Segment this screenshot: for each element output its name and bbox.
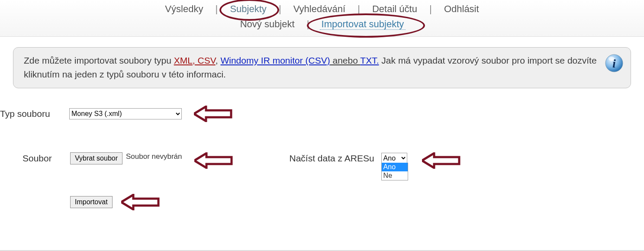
nav-separator: |: [350, 3, 368, 14]
primary-nav: Výsledky | Subjekty | Vyhledávání | Deta…: [0, 0, 644, 18]
arrow-left-icon: [121, 194, 160, 210]
row-soubor-ares: Soubor Vybrat soubor Soubor nevybrán Nač…: [0, 152, 644, 178]
row-import: Importovat: [0, 194, 644, 220]
info-icon: i: [605, 54, 624, 73]
ares-option-ne[interactable]: Ne: [382, 171, 408, 180]
soubor-label: Soubor: [0, 152, 70, 164]
nav-separator: |: [208, 3, 226, 14]
arrow-left-icon: [194, 106, 233, 122]
nav-separator: |: [271, 3, 289, 14]
ares-select-block: Ano Ano Ne: [381, 152, 407, 164]
choose-file-button[interactable]: Vybrat soubor: [70, 152, 122, 164]
info-panel: Zde můžete importovat soubory typu XML, …: [13, 47, 631, 88]
nav-separator: |: [299, 19, 317, 29]
import-form: Typ souboru Money S3 (.xml) Soubor Vybra…: [0, 88, 644, 220]
ares-option-ano[interactable]: Ano: [382, 163, 408, 171]
info-anebo: anebo: [330, 55, 361, 65]
top-navigation: Výsledky | Subjekty | Vyhledávání | Deta…: [0, 0, 644, 37]
info-comma: ,: [216, 55, 221, 65]
typ-souboru-label: Typ souboru: [0, 109, 69, 119]
link-txt[interactable]: TXT.: [360, 55, 379, 65]
row-typ-souboru: Typ souboru Money S3 (.xml): [0, 106, 644, 132]
subnav-novy-subjekt[interactable]: Nový subjekt: [238, 19, 296, 29]
typ-souboru-select[interactable]: Money S3 (.xml): [69, 108, 182, 119]
link-windomy[interactable]: Windomy IR monitor (CSV): [220, 55, 330, 65]
nav-separator: |: [422, 3, 440, 14]
ares-label: Načíst data z ARESu: [277, 152, 374, 164]
nav-subjekty[interactable]: Subjekty: [228, 3, 271, 14]
nav-detail-uctu[interactable]: Detail účtu: [370, 3, 419, 14]
nav-vysledky[interactable]: Výsledky: [163, 3, 205, 14]
nav-odhlasit[interactable]: Odhlásit: [442, 3, 481, 14]
link-xml-csv[interactable]: XML, CSV: [174, 55, 216, 65]
secondary-nav: Nový subjekt | Importovat subjekty: [0, 18, 644, 36]
file-status-text: Soubor nevybrán: [122, 152, 182, 161]
import-button[interactable]: Importovat: [70, 196, 113, 208]
svg-text:i: i: [612, 57, 616, 70]
arrow-left-icon: [194, 152, 233, 169]
ares-open-dropdown: Ano Ne: [381, 163, 408, 180]
arrow-left-icon: [422, 152, 461, 169]
subnav-import-label: Importovat subjekty: [322, 19, 404, 29]
info-text-1: Zde můžete importovat soubory typu: [24, 55, 174, 65]
nav-vyhledavani[interactable]: Vyhledávání: [292, 3, 347, 14]
subnav-importovat-subjekty[interactable]: Importovat subjekty: [320, 19, 406, 30]
ares-select[interactable]: Ano: [381, 153, 407, 163]
nav-subjekty-label: Subjekty: [230, 3, 266, 14]
